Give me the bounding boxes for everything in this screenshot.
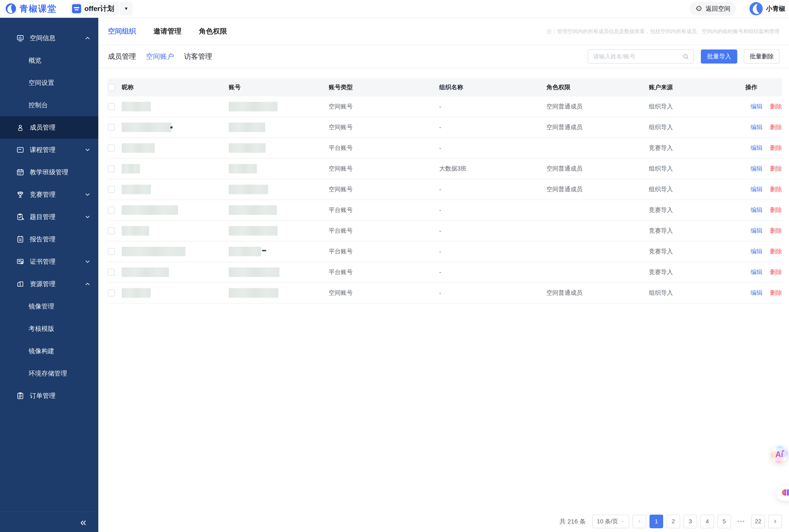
page-ellipsis[interactable]: •••: [734, 515, 748, 528]
user-box[interactable]: 小青椒: [749, 2, 785, 15]
next-page-button[interactable]: [768, 515, 782, 528]
collapse-sidebar-button[interactable]: «: [0, 512, 98, 532]
row-checkbox[interactable]: [108, 248, 115, 255]
delete-link[interactable]: 删除: [770, 102, 782, 111]
tab-member-management[interactable]: 成员管理: [108, 52, 136, 61]
tab-invite-management[interactable]: 邀请管理: [153, 26, 181, 36]
sidebar-item-label: 证书管理: [30, 257, 56, 266]
sidebar-item-image-build[interactable]: 镜像构建: [0, 340, 98, 362]
redacted-dash: [262, 250, 266, 251]
row-checkbox[interactable]: [108, 103, 115, 110]
sidebar-item-member-management[interactable]: 成员管理: [0, 116, 98, 139]
cell-account-type: 平台账号: [329, 144, 439, 152]
table-row: 平台账号-竞赛导入编辑删除: [108, 138, 782, 158]
delete-link[interactable]: 删除: [770, 227, 782, 235]
batch-import-button[interactable]: 批量导入: [701, 50, 737, 63]
select-all-checkbox[interactable]: [108, 84, 115, 91]
row-checkbox[interactable]: [108, 289, 115, 297]
course-icon: [16, 146, 24, 154]
edit-link[interactable]: 编辑: [751, 144, 763, 152]
redacted-account: [229, 247, 261, 256]
delete-link[interactable]: 删除: [770, 165, 782, 173]
delete-link[interactable]: 删除: [770, 123, 782, 131]
workspace-pill[interactable]: offer计划: [70, 2, 119, 16]
batch-delete-button[interactable]: 批量删除: [744, 50, 780, 63]
prev-page-button[interactable]: [633, 515, 646, 528]
tab-space-org[interactable]: 空间组织: [108, 26, 136, 36]
page-button-2[interactable]: 2: [667, 515, 680, 528]
redacted-nickname: [122, 143, 155, 153]
workspace-dropdown-button[interactable]: ▼: [120, 2, 133, 16]
cell-account: [229, 185, 329, 194]
primary-tabs-row: 空间组织邀请管理角色权限 注：管理空间内的所有成员信息及数据查看，包括空间内所有…: [98, 18, 789, 45]
report-icon: [16, 235, 24, 243]
edit-link[interactable]: 编辑: [751, 268, 763, 277]
back-to-space-button[interactable]: 返回空间: [690, 2, 736, 16]
members-table: 昵称账号账号类型组织名称角色权限账户来源操作 空间账号-空间普通成员组织导入编辑…: [108, 78, 782, 303]
cell-nickname: [122, 102, 229, 111]
cell-actions: 编辑删除: [745, 227, 782, 235]
edit-link[interactable]: 编辑: [751, 185, 763, 193]
edit-link[interactable]: 编辑: [751, 165, 763, 173]
delete-link[interactable]: 删除: [770, 268, 782, 277]
search-input[interactable]: [593, 53, 682, 60]
sidebar-item-env-storage-management[interactable]: 环境存储管理: [0, 362, 98, 385]
edit-link[interactable]: 编辑: [751, 123, 763, 131]
sidebar-item-label: 订单管理: [30, 392, 56, 400]
sidebar-item-assessment-template[interactable]: 考核模版: [0, 318, 98, 340]
redacted-account: [229, 143, 266, 153]
page-button-3[interactable]: 3: [684, 515, 697, 528]
sidebar-item-report-management[interactable]: 报告管理: [0, 228, 98, 250]
edit-link[interactable]: 编辑: [751, 247, 763, 255]
row-checkbox[interactable]: [108, 207, 115, 214]
sidebar-item-competition-management[interactable]: 竞赛管理: [0, 184, 98, 206]
cell-nickname: [122, 247, 229, 256]
sidebar-item-order-management[interactable]: 订单管理: [0, 385, 98, 407]
delete-link[interactable]: 删除: [770, 144, 782, 152]
row-checkbox[interactable]: [108, 165, 115, 172]
sidebar-item-certificate-management[interactable]: 证书管理: [0, 250, 98, 273]
secondary-tabs: 成员管理空间账户访客管理: [108, 52, 222, 61]
cell-account: [229, 226, 329, 235]
cell-account-source: 竞赛导入: [649, 268, 745, 277]
page-size-select[interactable]: 10 条/页: [592, 515, 629, 528]
search-icon[interactable]: [682, 53, 689, 60]
delete-link[interactable]: 删除: [770, 289, 782, 297]
sidebar-item-teaching-class-management[interactable]: 教学班级管理: [0, 161, 98, 184]
sidebar-item-course-management[interactable]: 课程管理: [0, 139, 98, 161]
cell-org-name: -: [439, 248, 546, 255]
edit-link[interactable]: 编辑: [751, 102, 763, 111]
delete-link[interactable]: 删除: [770, 247, 782, 255]
sidebar-item-overview[interactable]: 概览: [0, 49, 98, 72]
edit-link[interactable]: 编辑: [751, 289, 763, 297]
edit-link[interactable]: 编辑: [751, 206, 763, 214]
page-button-1[interactable]: 1: [650, 515, 663, 528]
sidebar-item-space-info[interactable]: 空间信息: [0, 27, 98, 49]
delete-link[interactable]: 删除: [770, 206, 782, 214]
tab-role-permission[interactable]: 角色权限: [199, 26, 227, 36]
sidebar-item-label: 镜像构建: [28, 347, 54, 356]
sidebar-item-resource-management[interactable]: 资源管理: [0, 273, 98, 295]
edit-link[interactable]: 编辑: [751, 227, 763, 235]
row-checkbox[interactable]: [108, 227, 115, 234]
row-checkbox[interactable]: [108, 269, 115, 276]
row-checkbox[interactable]: [108, 186, 115, 193]
row-checkbox[interactable]: [108, 124, 115, 131]
sidebar-item-image-management[interactable]: 镜像管理: [0, 295, 98, 318]
delete-link[interactable]: 删除: [770, 185, 782, 193]
page-button-22[interactable]: 22: [751, 515, 765, 528]
table-header: 昵称账号账号类型组织名称角色权限账户来源操作: [108, 78, 782, 96]
sidebar-item-console[interactable]: 控制台: [0, 94, 98, 116]
sidebar: 空间信息概览空间设置控制台成员管理课程管理教学班级管理竞赛管理题目管理报告管理证…: [0, 18, 98, 532]
page-button-4[interactable]: 4: [700, 515, 714, 528]
page-button-5[interactable]: 5: [717, 515, 731, 528]
ai-assistant-button[interactable]: Ai: [770, 445, 788, 463]
row-checkbox[interactable]: [108, 145, 115, 152]
cell-nickname: [122, 288, 229, 298]
sidebar-item-question-management[interactable]: 题目管理: [0, 206, 98, 228]
sidebar-item-space-settings[interactable]: 空间设置: [0, 72, 98, 94]
cell-org-name: -: [439, 145, 546, 152]
user-name: 小青椒: [766, 4, 785, 13]
tab-visitor-management[interactable]: 访客管理: [184, 52, 212, 61]
tab-space-account[interactable]: 空间账户: [146, 52, 174, 61]
